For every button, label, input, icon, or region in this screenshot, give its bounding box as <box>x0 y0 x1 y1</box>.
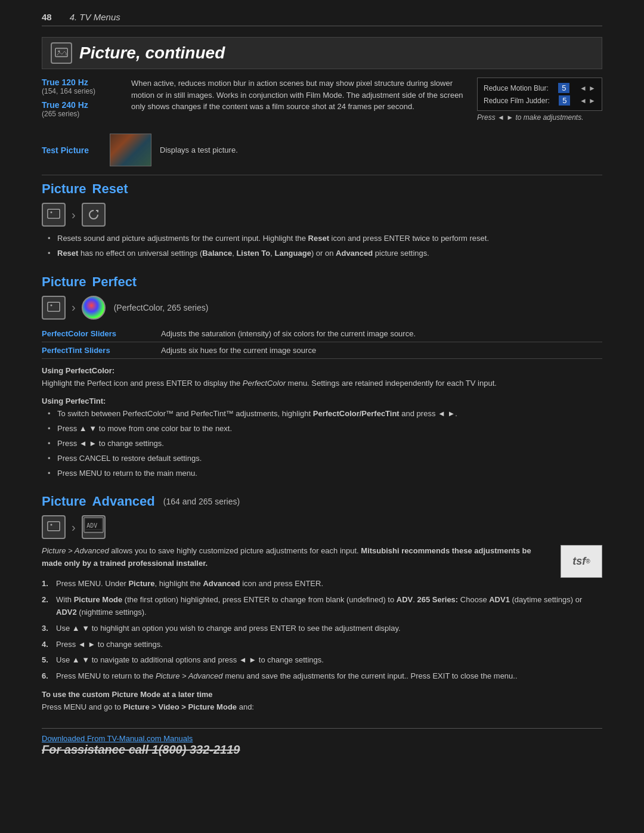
advanced-step-2: With Picture Mode (the first option) hig… <box>42 594 602 619</box>
true-120-label: True 120 Hz <box>42 78 119 87</box>
svg-rect-7 <box>49 304 58 310</box>
perfecttint-row: PerfectTint Sliders Adjusts six hues for… <box>42 342 602 359</box>
perfecttint-bullet-5: Press MENU to return to the main menu. <box>48 467 602 480</box>
picture-perfect-menu-icon <box>42 296 66 320</box>
true-hz-section: True 120 Hz (154, 164 series) True 240 H… <box>42 78 602 123</box>
svg-point-5 <box>51 212 52 213</box>
perfecttint-bullet-4: Press CANCEL to restore default settings… <box>48 453 602 465</box>
reduce-motion-label: Reduce Motion Blur: <box>484 84 549 92</box>
test-picture-label: Test Picture <box>42 145 101 155</box>
picture-reset-header: Picture Reset <box>42 181 602 197</box>
picture-reset-picture-word: Picture <box>42 181 86 197</box>
perfectcolor-value: Adjusts the saturation (intensity) of si… <box>161 329 602 338</box>
svg-rect-10 <box>49 523 58 529</box>
picture-perfect-icons: › (PerfectColor, 265 series) <box>42 296 602 320</box>
reduce-motion-row: Reduce Motion Blur: 5 ◄ ► <box>484 82 596 94</box>
true-240-label: True 240 Hz <box>42 100 119 110</box>
svg-text:ADV: ADV <box>86 522 97 529</box>
reduce-film-label: Reduce Film Judder: <box>484 97 550 105</box>
picture-perfect-section-word: Perfect <box>92 274 137 290</box>
reduce-note: Press ◄ ► to make adjustments. <box>477 113 602 122</box>
advanced-step-3: Use ▲ ▼ to highlight an option you wish … <box>42 623 602 635</box>
tsf-badge: tsf® <box>561 545 602 578</box>
footer-link[interactable]: Downloaded From TV-Manual.com Manuals <box>42 734 193 743</box>
advanced-series-note: (164 and 265 series) <box>163 497 240 506</box>
picture-advanced-icons: › ADV <box>42 515 602 539</box>
hz-labels: True 120 Hz (154, 164 series) True 240 H… <box>42 78 119 123</box>
reduce-motion-arrows: ◄ ► <box>580 84 596 92</box>
picture-icon <box>51 42 72 64</box>
picture-advanced-header: Picture Advanced (164 and 265 series) <box>42 494 602 509</box>
section-title: Picture, continued <box>79 44 225 63</box>
page-number: 48 <box>42 12 52 22</box>
advanced-content: Picture > Advanced allows you to save hi… <box>42 545 602 578</box>
advanced-step-5: Use ▲ ▼ to navigate to additional option… <box>42 654 602 667</box>
reduce-settings: Reduce Motion Blur: 5 ◄ ► Reduce Film Ju… <box>477 78 602 111</box>
reset-icon <box>82 203 106 227</box>
svg-point-2 <box>58 51 60 52</box>
perfecttint-bullet-2: Press ▲ ▼ to move from one color bar to … <box>48 423 602 435</box>
svg-point-8 <box>51 304 52 306</box>
perfectcolor-label: PerfectColor Sliders <box>42 329 161 338</box>
svg-rect-4 <box>49 210 58 217</box>
picture-reset-section-word: Reset <box>92 181 128 197</box>
page-header: 48 4. TV Menus <box>42 12 602 26</box>
chevron-perfect-icon: › <box>72 301 76 314</box>
picture-perfect-section: Picture Perfect › (PerfectColor, 265 ser… <box>42 274 602 480</box>
picture-perfect-picture-word: Picture <box>42 274 86 290</box>
chevron-advanced-icon: › <box>72 521 76 534</box>
chapter-title: 4. TV Menus <box>70 12 120 22</box>
advanced-step-6: Press MENU to return to the Picture > Ad… <box>42 670 602 683</box>
svg-rect-1 <box>57 49 66 55</box>
picture-advanced-section: Picture Advanced (164 and 265 series) › … <box>42 494 602 713</box>
reset-bullet-1: Resets sound and picture adjustments for… <box>48 233 602 245</box>
picture-reset-section: Picture Reset › Resets sound and picture… <box>42 181 602 260</box>
test-picture-section: Test Picture Displays a test picture. <box>42 134 602 175</box>
perfecttint-bullet-3: Press ◄ ► to change settings. <box>48 438 602 450</box>
section-title-bar: Picture, continued <box>42 37 602 69</box>
picture-advanced-menu-icon <box>42 515 66 539</box>
perfectcolor-icon <box>82 296 106 320</box>
reduce-film-arrows: ◄ ► <box>580 97 596 105</box>
page-footer: Downloaded From TV-Manual.com Manuals Fo… <box>42 728 602 757</box>
advanced-description: Picture > Advanced allows you to save hi… <box>42 545 551 578</box>
perfecttint-bullet-1: To switch between PerfectColor™ and Perf… <box>48 408 602 420</box>
custom-mode-title: To use the custom Picture Mode at a late… <box>42 690 602 699</box>
picture-reset-icons: › <box>42 203 602 227</box>
reduce-film-value: 5 <box>559 95 570 106</box>
perfecttint-value: Adjusts six hues for the current image s… <box>161 346 602 355</box>
using-perfecttint-title: Using PerfecTint: <box>42 397 602 405</box>
true-120-sub: (154, 164 series) <box>42 87 119 95</box>
perfecttint-bullets: To switch between PerfectColor™ and Perf… <box>42 408 602 479</box>
advanced-step-4: Press ◄ ► to change settings. <box>42 639 602 651</box>
picture-menu-icon <box>42 203 66 227</box>
reduce-motion-value: 5 <box>558 83 569 93</box>
picture-perfect-header: Picture Perfect <box>42 274 602 290</box>
reduce-box: Reduce Motion Blur: 5 ◄ ► Reduce Film Ju… <box>477 78 602 122</box>
test-picture-description: Displays a test picture. <box>160 145 238 154</box>
using-perfectcolor-text: Highlight the Perfect icon and press ENT… <box>42 377 602 390</box>
chevron-icon: › <box>72 208 76 222</box>
true-240-sub: (265 series) <box>42 110 119 118</box>
svg-rect-15 <box>85 529 101 530</box>
picture-advanced-section-word: Advanced <box>92 494 155 509</box>
hz-description: When active, reduces motion blur in acti… <box>131 78 465 113</box>
footer-phone: For assistance call 1(800) 332-2119 <box>42 743 602 757</box>
test-thumbnail-image <box>110 134 151 166</box>
perfect-series-note: (PerfectColor, 265 series) <box>114 303 209 312</box>
custom-mode-text: Press MENU and go to Picture > Video > P… <box>42 701 602 714</box>
svg-point-11 <box>51 524 52 526</box>
perfecttint-label: PerfectTint Sliders <box>42 346 161 355</box>
reduce-film-row: Reduce Film Judder: 5 ◄ ► <box>484 94 596 107</box>
picture-reset-bullets: Resets sound and picture adjustments for… <box>42 233 602 260</box>
advanced-step-1: Press MENU. Under Picture, highlight the… <box>42 578 602 590</box>
using-perfectcolor-title: Using PerfectColor: <box>42 366 602 375</box>
perfect-table: PerfectColor Sliders Adjusts the saturat… <box>42 326 602 359</box>
advanced-steps: Press MENU. Under Picture, highlight the… <box>42 578 602 683</box>
picture-advanced-picture-word: Picture <box>42 494 86 509</box>
advanced-settings-icon: ADV <box>82 515 106 539</box>
perfectcolor-row: PerfectColor Sliders Adjusts the saturat… <box>42 326 602 342</box>
reset-bullet-2: Reset has no effect on universal setting… <box>48 247 602 260</box>
